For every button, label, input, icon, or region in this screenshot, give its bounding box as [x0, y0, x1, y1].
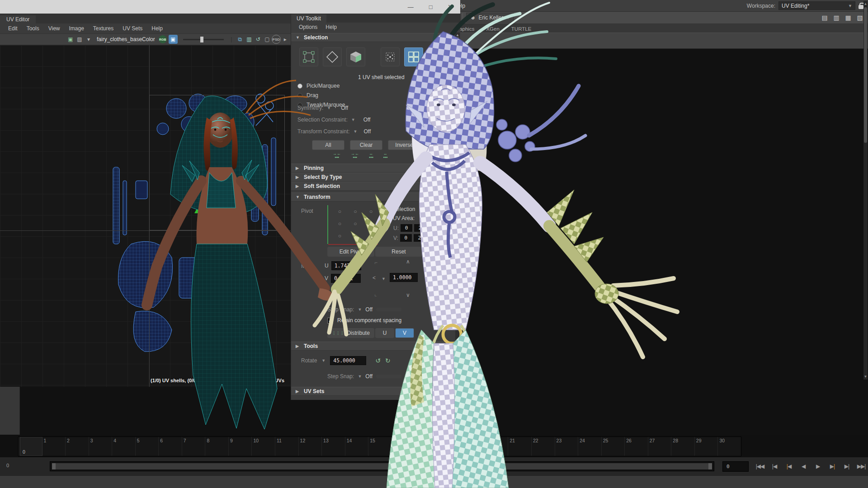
frame-tick[interactable]: 10 — [251, 437, 275, 456]
transport-button[interactable]: |◀ — [768, 460, 781, 472]
frame-tick[interactable]: 28 — [671, 437, 694, 456]
frame-tick[interactable]: 6 — [158, 437, 182, 456]
rotate-step-snap-edit-button[interactable] — [376, 375, 401, 378]
rotate-caret[interactable]: ▼ — [321, 358, 326, 363]
grow-shrink-selection-icon[interactable]: →←▪▪▪ — [333, 152, 341, 159]
select-edge-icon[interactable] — [323, 47, 342, 66]
uv-toolkit-scrollbar[interactable]: ▲▼ — [455, 33, 460, 394]
edit-pivot-button[interactable]: Edit Pivot — [327, 247, 374, 257]
pivot-u-min[interactable]: 0 — [401, 224, 412, 232]
symmetry-value[interactable]: Off — [341, 105, 348, 111]
uv-toolbar-icon[interactable]: ▸ — [281, 35, 290, 44]
step-snap-caret[interactable]: ▼ — [358, 307, 362, 312]
retain-spacing-checkbox[interactable]: ✓ — [327, 318, 333, 324]
frame-tick[interactable]: 4 — [112, 437, 135, 456]
close-button[interactable]: × — [448, 3, 452, 11]
distribute-v-toggle[interactable]: V — [395, 328, 414, 338]
pivot-uv-area-radio[interactable]: UV Area: — [384, 215, 415, 221]
minimize-button[interactable]: — — [408, 4, 414, 10]
frame-tick[interactable]: 9 — [228, 437, 252, 456]
step-snap-edit-button[interactable] — [376, 308, 401, 311]
transport-button[interactable]: ▶| — [826, 460, 839, 472]
uv-editor-menu-item[interactable]: UV Sets — [118, 25, 147, 32]
uv-editor-titlebar[interactable]: — □ × — [0, 0, 460, 14]
transform-constraint-caret[interactable]: ▼ — [354, 129, 358, 134]
uv-toolbar-icon[interactable]: ⧉ — [236, 35, 245, 44]
rotate-step-snap-caret[interactable]: ▼ — [358, 374, 362, 379]
marquee-mode-radio[interactable]: Drag — [297, 92, 345, 99]
uv-toolbar-icon[interactable]: ▾ — [84, 35, 93, 44]
select-inverse-button[interactable]: Inverse — [388, 140, 420, 150]
uv-canvas[interactable]: (1/0) UV shells, (0/0) overlapping UVs, … — [0, 45, 291, 387]
image-display-toggle[interactable]: ▣ — [169, 35, 178, 44]
move-down-left-button[interactable]: ⌞ — [374, 291, 377, 297]
frame-tick[interactable]: 26 — [624, 437, 648, 456]
pivot-u-max[interactable]: 2 — [414, 224, 426, 232]
outliner-scrollbar[interactable]: ▲▼ — [863, 1, 868, 380]
frame-tick[interactable]: 22 — [531, 437, 555, 456]
uv-editor-menu-item[interactable]: Help — [147, 25, 167, 32]
frame-tick[interactable]: 8 — [205, 437, 228, 456]
move-up-button[interactable]: ∧ — [406, 258, 410, 265]
frame-tick[interactable]: 25 — [601, 437, 625, 456]
pivot-v-max[interactable]: 2 — [414, 234, 425, 242]
frame-tick[interactable]: 21 — [508, 437, 531, 456]
frame-tick[interactable]: 5 — [135, 437, 159, 456]
image-dim-slider[interactable] — [183, 39, 224, 40]
rotate-ccw-icon[interactable]: ↺ — [375, 357, 381, 364]
frame-tick[interactable]: 13 — [321, 437, 345, 456]
move-step-caret[interactable]: ▼ — [382, 277, 386, 281]
uv-toolkit-tab[interactable]: UV Toolkit — [291, 14, 326, 23]
pivot-grid[interactable]: ○○○○○○○○○ — [327, 205, 377, 244]
move-down-button[interactable]: ∨ — [406, 292, 410, 298]
symmetry-grid-icon[interactable] — [448, 105, 455, 111]
frame-tick[interactable]: 19 — [461, 437, 485, 456]
selection-section-header[interactable]: ▼Selection — [291, 33, 455, 42]
move-down-right-button[interactable]: ⌟ — [439, 291, 442, 297]
move-left-button[interactable]: < — [373, 275, 376, 281]
maximize-button[interactable]: □ — [429, 4, 433, 10]
panel-layout-icon[interactable]: ▤ — [819, 13, 830, 23]
distribute-u-toggle[interactable]: U — [375, 328, 394, 338]
frame-tick[interactable]: 24 — [578, 437, 601, 456]
uv-editor-tab[interactable]: UV Editor — [0, 15, 36, 23]
selection-constraint-caret[interactable]: ▼ — [351, 117, 355, 122]
transport-button[interactable]: ▶▶| — [854, 460, 868, 472]
transport-button[interactable]: |◀◀ — [753, 460, 767, 472]
uv-toolbar-icon[interactable]: ↺ — [254, 35, 263, 44]
transport-button[interactable]: |◀ — [782, 460, 796, 472]
transform-constraint-value[interactable]: Off — [364, 128, 371, 135]
pivot-v-min[interactable]: 0 — [400, 234, 412, 242]
uv-toolkit-menu-item[interactable]: Help — [321, 24, 341, 30]
frame-tick[interactable]: 3 — [89, 437, 112, 456]
grow-shrink-selection-icon[interactable]: ↔▪▪▪ — [369, 152, 373, 159]
move-up-right-button[interactable]: ¬ — [439, 259, 443, 266]
move-u-field[interactable]: 1.7431 — [331, 261, 361, 270]
tools-section-header[interactable]: ▶Tools — [291, 342, 455, 351]
frame-tick[interactable]: 29 — [694, 437, 718, 456]
time-slider[interactable]: 0123456789101112131415161718192021222324… — [0, 435, 868, 457]
grow-shrink-selection-icon[interactable]: ↔▪▪▪ — [383, 152, 388, 159]
frame-tick[interactable]: 16 — [392, 437, 415, 456]
account-chip[interactable]: ☻ Eric Keller ▼ — [466, 13, 514, 23]
command-line[interactable] — [0, 475, 868, 488]
panel-layout-icon[interactable]: ▦ — [843, 13, 854, 23]
step-snap-value[interactable]: Off — [365, 306, 373, 313]
move-v-field[interactable]: 0.3781 — [331, 274, 361, 283]
frame-tick[interactable]: 11 — [275, 437, 298, 456]
select-clear-button[interactable]: Clear — [350, 140, 382, 150]
select-all-button[interactable]: All — [312, 140, 344, 150]
pivot-selection-radio[interactable]: Selection — [384, 206, 415, 212]
move-up-left-button[interactable]: ⌐ — [374, 259, 377, 266]
selection-constraint-value[interactable]: Off — [363, 117, 371, 123]
shelf-tab[interactable]: XGen — [480, 25, 505, 33]
uv-editor-menu-item[interactable]: Edit — [4, 25, 22, 32]
workspace-lock-icon[interactable] — [859, 5, 863, 9]
transform-section-header[interactable]: ▼Transform — [291, 192, 455, 202]
uv-toolbar-icon[interactable]: ▥ — [245, 35, 254, 44]
distribute-button[interactable]: ⋮⋮⋮Distribute — [327, 328, 374, 338]
uv-editor-menu-item[interactable]: Image — [65, 25, 89, 32]
rgb-channel-icon[interactable]: RGB — [159, 35, 167, 43]
symmetry-caret[interactable]: ▼ — [327, 106, 331, 110]
frame-tick[interactable]: 15 — [368, 437, 392, 456]
